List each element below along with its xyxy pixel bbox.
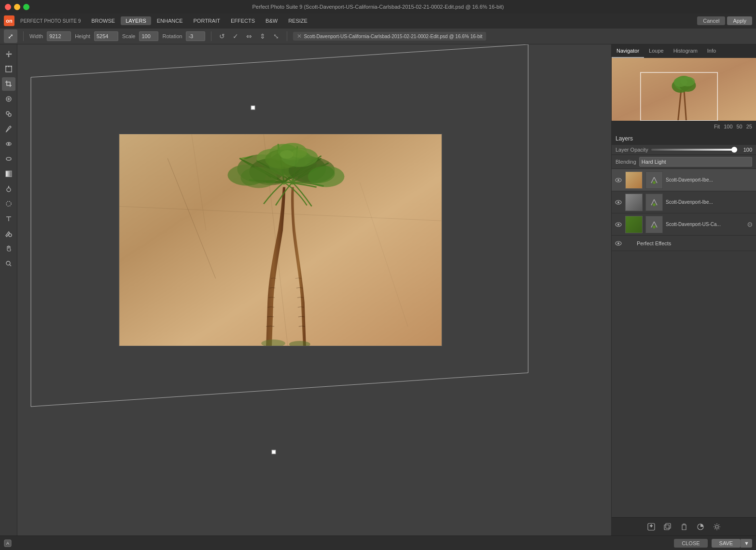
tool-crop[interactable] [2,77,15,91]
svg-point-68 [653,203,656,206]
layer-row[interactable]: Scott-Davenport-Ibe... [612,169,756,191]
tool-text[interactable] [2,212,15,226]
menu-bw[interactable]: B&W [261,16,282,25]
perfect-effects-eye[interactable] [615,240,622,247]
layer-thumb-2 [625,194,643,211]
tab-loupe[interactable]: Loupe [644,44,669,58]
app-logo: on [4,15,14,26]
tool-healing[interactable] [2,92,15,106]
tool-clone[interactable] [2,107,15,121]
layer-name-3: Scott-Davenport-US-Ca... [666,222,744,227]
save-button-bottom[interactable]: SAVE [712,539,741,548]
layer-row[interactable]: Scott-Davenport-Ibe... [612,191,756,213]
bottom-indicator: A [4,539,14,547]
coord-100[interactable]: 100 [724,124,732,129]
opacity-slider[interactable] [651,149,737,151]
layer-thumb-icon-1 [645,171,663,189]
tool-dodge[interactable] [2,182,15,196]
layer-eye-3[interactable] [615,221,622,228]
select-tool[interactable]: ⤢ [4,29,17,43]
cancel-button[interactable]: Cancel [697,16,725,25]
width-input[interactable] [47,31,71,41]
tool-move[interactable] [2,47,15,61]
svg-point-6 [8,113,11,116]
save-dropdown-button[interactable]: ▼ [741,539,752,548]
svg-point-12 [9,234,12,237]
scale-input[interactable] [139,31,158,41]
file-tab[interactable]: ✕ Scott-Davenport-US-California-Carlsbad… [293,32,486,41]
menu-effects[interactable]: EFFECTS [226,16,260,25]
svg-rect-3 [11,66,12,67]
menu-bar: on PERFECT PHOTO SUITE 9 BROWSE LAYERS E… [0,14,756,28]
apply-button[interactable]: Apply [727,16,752,25]
layer-eye-1[interactable] [615,176,622,184]
paste-layer-button[interactable] [678,521,690,533]
perfect-effects-row: Perfect Effects [612,236,756,251]
svg-rect-2 [8,66,9,67]
expand-button[interactable]: ⤡ [271,31,281,41]
layer-eye-2[interactable] [615,198,622,206]
close-button-bottom[interactable]: CLOSE [674,539,707,548]
canvas-area[interactable] [17,44,611,536]
menu-resize[interactable]: RESIZE [283,16,312,25]
tool-hand[interactable] [2,242,15,255]
svg-rect-9 [6,171,12,177]
blending-select[interactable]: Hard Light Normal Multiply Screen Overla… [639,157,752,167]
toolbar-sep-3 [287,31,287,41]
tool-zoom[interactable] [2,257,15,270]
coord-50[interactable]: 50 [737,124,742,129]
opacity-thumb[interactable] [731,147,737,153]
tab-histogram[interactable]: Histogram [669,44,702,58]
layer-settings-button[interactable] [711,521,723,533]
menu-layers[interactable]: LAYERS [121,16,151,25]
tool-blur[interactable] [2,197,15,211]
tool-gradient[interactable] [2,167,15,181]
svg-point-13 [6,261,10,265]
mask-button[interactable] [694,521,707,533]
svg-point-70 [617,224,619,226]
app-name: PERFECT PHOTO SUITE 9 [20,18,81,24]
new-layer-button[interactable] [645,521,658,533]
layer-thumb-3 [625,216,643,233]
on-logo-icon: on [4,15,14,26]
svg-point-8 [8,143,10,145]
bottom-bar: A CLOSE SAVE ▼ [0,536,756,550]
menu-right-actions: Cancel Apply [697,16,752,25]
scale-label: Scale [122,33,136,39]
navigator-image [612,58,756,121]
copy-layer-button[interactable] [661,521,674,533]
confirm-button[interactable]: ✓ [231,31,240,41]
flip-h-button[interactable]: ⇔ [244,31,254,41]
layer-gear-icon[interactable]: ⚙ [747,221,753,228]
coord-25[interactable]: 25 [746,124,752,129]
maximize-button[interactable] [23,4,29,10]
layer-name-1: Scott-Davenport-Ibe... [666,177,753,183]
height-input[interactable] [94,31,118,41]
window-controls[interactable] [5,4,29,10]
main-image [119,134,442,346]
tool-lasso[interactable] [2,152,15,166]
close-button[interactable] [5,4,11,10]
svg-point-73 [653,226,656,228]
tool-brush[interactable] [2,122,15,136]
coord-fit[interactable]: Fit [714,124,720,129]
tab-navigator[interactable]: Navigator [612,44,644,58]
svg-point-46 [280,150,294,159]
minimize-button[interactable] [14,4,20,10]
file-tab-close-icon[interactable]: ✕ [297,33,302,40]
tab-info[interactable]: Info [702,44,721,58]
rotation-input[interactable] [186,31,205,41]
reset-button[interactable]: ↺ [217,31,227,41]
tool-eye[interactable] [2,137,15,151]
svg-point-60 [617,179,619,181]
menu-portrait[interactable]: PORTRAIT [189,16,225,25]
menu-enhance[interactable]: ENHANCE [152,16,188,25]
tool-transform[interactable] [2,62,15,76]
tool-paint[interactable] [2,227,15,240]
menu-browse[interactable]: BROWSE [86,16,120,25]
layer-row[interactable]: Scott-Davenport-US-Ca... ⚙ [612,213,756,236]
svg-point-42 [308,166,345,187]
flip-v-button[interactable]: ⇕ [258,31,267,41]
svg-rect-19 [272,450,276,454]
svg-rect-77 [664,525,669,530]
